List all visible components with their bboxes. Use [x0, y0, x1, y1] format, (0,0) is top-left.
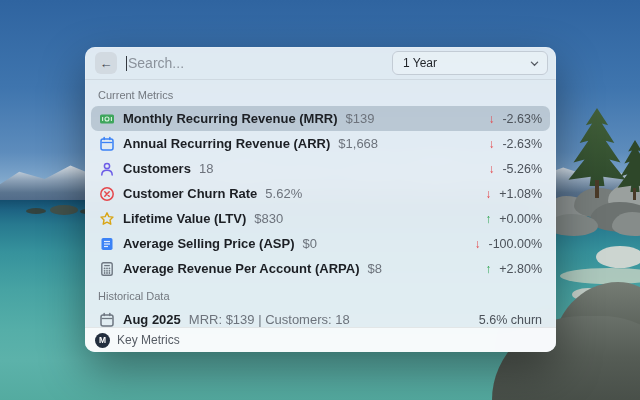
- water-rock: [50, 205, 78, 215]
- trend-down-icon: ↓: [488, 137, 494, 151]
- app-name: Key Metrics: [117, 333, 180, 347]
- metric-row-churn[interactable]: Customer Churn Rate 5.62% ↓ +1.08%: [91, 181, 550, 206]
- window-footer: M Key Metrics: [85, 327, 556, 352]
- metric-row-mrr[interactable]: Monthly Recurring Revenue (MRR) $139 ↓ -…: [91, 106, 550, 131]
- metric-row-customers[interactable]: Customers 18 ↓ -5.26%: [91, 156, 550, 181]
- window-header: ← 1 Year: [85, 47, 556, 80]
- calculator-icon: [99, 261, 115, 277]
- period-dropdown-value: 1 Year: [403, 56, 530, 70]
- metric-title: Average Selling Price (ASP): [123, 236, 294, 251]
- metric-value: $830: [254, 211, 283, 226]
- trend-down-icon: ↓: [488, 162, 494, 176]
- chevron-down-icon: [530, 59, 539, 68]
- metric-change: -5.26%: [502, 162, 542, 176]
- pine-tree-trunk: [595, 180, 599, 198]
- trend-down-icon: ↓: [485, 187, 491, 201]
- trend-up-icon: ↑: [485, 212, 491, 226]
- metric-change: +1.08%: [499, 187, 542, 201]
- section-header-current-metrics: Current Metrics: [91, 80, 550, 106]
- search-input[interactable]: [128, 55, 392, 71]
- metric-title: Customer Churn Rate: [123, 186, 257, 201]
- metric-value: 5.62%: [265, 186, 302, 201]
- metric-row-ltv[interactable]: Lifetime Value (LTV) $830 ↑ +0.00%: [91, 206, 550, 231]
- metric-row-asp[interactable]: Average Selling Price (ASP) $0 ↓ -100.00…: [91, 231, 550, 256]
- section-header-historical-data: Historical Data: [91, 281, 550, 307]
- metric-change: -2.63%: [502, 112, 542, 126]
- receipt-icon: [99, 236, 115, 252]
- metric-value: $139: [346, 111, 375, 126]
- back-button[interactable]: ←: [95, 52, 117, 74]
- metric-value: $8: [367, 261, 381, 276]
- app-logo-icon: M: [95, 333, 110, 348]
- metric-change: -100.00%: [488, 237, 542, 251]
- pine-tree-small-trunk: [633, 188, 636, 200]
- metric-change: +2.80%: [499, 262, 542, 276]
- circle-x-icon: [99, 186, 115, 202]
- metric-change: +0.00%: [499, 212, 542, 226]
- metric-change: -2.63%: [502, 137, 542, 151]
- historical-churn: 5.6% churn: [479, 313, 542, 327]
- metric-row-arpa[interactable]: Average Revenue Per Account (ARPA) $8 ↑ …: [91, 256, 550, 281]
- metric-title: Monthly Recurring Revenue (MRR): [123, 111, 338, 126]
- metric-value: $0: [302, 236, 316, 251]
- metric-title: Customers: [123, 161, 191, 176]
- metric-value: $1,668: [338, 136, 378, 151]
- person-icon: [99, 161, 115, 177]
- historical-title: Aug 2025: [123, 312, 181, 327]
- water-rock: [26, 208, 46, 214]
- back-arrow-icon: ←: [100, 56, 113, 71]
- key-metrics-window: ← 1 Year Current Metrics Monthly Recurri…: [85, 47, 556, 352]
- trend-down-icon: ↓: [488, 112, 494, 126]
- metric-title: Average Revenue Per Account (ARPA): [123, 261, 359, 276]
- metric-row-arr[interactable]: Annual Recurring Revenue (ARR) $1,668 ↓ …: [91, 131, 550, 156]
- shallow-white-boulder: [596, 246, 640, 268]
- metric-value: 18: [199, 161, 213, 176]
- text-caret: [126, 56, 127, 71]
- banknote-icon: [99, 111, 115, 127]
- period-dropdown[interactable]: 1 Year: [392, 51, 548, 75]
- calendar-icon: [99, 136, 115, 152]
- trend-down-icon: ↓: [474, 237, 480, 251]
- trend-up-icon: ↑: [485, 262, 491, 276]
- results-list: Current Metrics Monthly Recurring Revenu…: [85, 80, 556, 332]
- calendar-icon: [99, 312, 115, 328]
- metric-title: Lifetime Value (LTV): [123, 211, 246, 226]
- historical-detail: MRR: $139 | Customers: 18: [189, 312, 350, 327]
- star-icon: [99, 211, 115, 227]
- metric-title: Annual Recurring Revenue (ARR): [123, 136, 330, 151]
